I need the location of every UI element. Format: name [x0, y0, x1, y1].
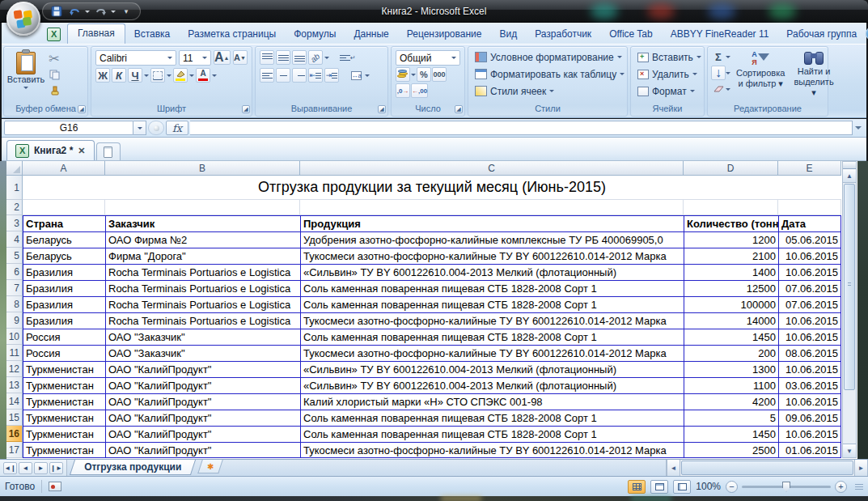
data-cell[interactable]: Rocha Terminais Portuarios e Logistica — [105, 280, 300, 296]
fill-color-button[interactable] — [173, 68, 188, 83]
data-cell[interactable]: 10.06.2015 — [778, 426, 841, 442]
align-middle-button[interactable] — [276, 50, 290, 65]
insert-worksheet-button[interactable]: ✱ — [197, 460, 223, 473]
row-header[interactable]: 8 — [6, 296, 23, 312]
ribbon-tab[interactable]: ABBYY FineReader 11 — [662, 25, 778, 44]
data-cell[interactable]: Rocha Terminais Portuarios e Logistica — [105, 296, 300, 312]
data-cell[interactable]: ОАО "КалийПродукт" — [105, 377, 300, 393]
formula-bar-handle[interactable] — [148, 121, 164, 135]
row-header[interactable]: 9 — [6, 312, 23, 329]
font-color-dropdown-icon[interactable] — [212, 74, 217, 79]
format-painter-button[interactable] — [47, 83, 61, 98]
merge-center-button[interactable]: ↔a — [349, 68, 363, 83]
fill-button[interactable]: ↓ — [711, 66, 726, 80]
data-cell[interactable]: Rocha Terminais Portuarios e Logistica — [105, 312, 300, 329]
page-layout-view-button[interactable] — [650, 480, 668, 494]
data-cell[interactable]: 10.06.2015 — [778, 248, 841, 264]
data-cell[interactable]: 07.06.2015 — [778, 296, 841, 312]
data-cell[interactable]: 2500 — [684, 442, 778, 458]
underline-dropdown-icon[interactable] — [144, 74, 149, 79]
zoom-level[interactable]: 100% — [696, 481, 721, 492]
data-cell[interactable]: 10.06.2015 — [778, 312, 841, 329]
data-cell[interactable]: 5 — [684, 410, 778, 426]
format-cells-button[interactable]: Формат — [634, 83, 701, 100]
row-header[interactable]: 6 — [6, 264, 23, 280]
data-cell[interactable]: Соль каменная поваренная пищевая СТБ 182… — [300, 296, 684, 312]
accounting-format-button[interactable] — [396, 67, 410, 82]
data-cell[interactable]: ОАО "КалийПродукт" — [105, 393, 300, 410]
data-cell[interactable]: 08.06.2015 — [778, 345, 841, 361]
ribbon-tab[interactable]: Разработчик — [526, 25, 600, 44]
data-cell[interactable]: Калий хлористый марки «Н» СТО СПЭКС 001-… — [300, 393, 684, 410]
ribbon-tab[interactable]: Формулы — [285, 25, 345, 44]
row-header[interactable]: 10 — [6, 329, 23, 345]
column-header[interactable]: E — [778, 161, 841, 176]
scroll-left-icon[interactable]: ◄ — [667, 460, 680, 476]
data-cell[interactable]: Туркменистан — [23, 377, 105, 393]
data-cell[interactable]: ОАО "КалийПродукт" — [105, 361, 300, 377]
clipboard-dialog-launcher-icon[interactable]: ◢ — [78, 105, 86, 113]
zoom-out-icon[interactable]: − — [726, 481, 738, 493]
data-cell[interactable]: «Сильвин» ТУ BY 600122610.004-2013 Мелки… — [300, 377, 684, 393]
row-header[interactable]: 14 — [6, 393, 23, 410]
data-cell[interactable]: Фирма "Дорога" — [105, 248, 300, 264]
data-cell[interactable]: Соль каменная поваренная пищевая СТБ 182… — [300, 426, 684, 442]
font-dialog-launcher-icon[interactable]: ◢ — [242, 105, 250, 113]
normal-view-button[interactable] — [628, 480, 646, 494]
data-cell[interactable]: 4200 — [684, 393, 778, 410]
next-sheet-icon[interactable]: ► — [34, 462, 48, 474]
expand-formula-bar-icon[interactable] — [853, 121, 864, 135]
data-cell[interactable]: Тукосмеси азотно-фосфорно-калийные ТУ BY… — [300, 345, 684, 361]
row-header[interactable]: 4 — [6, 231, 23, 248]
data-cell[interactable]: 100000 — [684, 296, 778, 312]
vertical-scrollbar[interactable]: ▲ ▼ — [842, 161, 857, 458]
ribbon-tab[interactable]: Вид — [490, 25, 526, 44]
ribbon-tab[interactable]: Данные — [345, 25, 397, 44]
row-header[interactable]: 16 — [6, 426, 23, 442]
data-cell[interactable]: Туркменистан — [23, 410, 105, 426]
font-size-select[interactable]: 11 — [179, 50, 211, 66]
ribbon-tab[interactable]: Главная — [67, 23, 125, 44]
ribbon-tab[interactable]: Вставка — [125, 25, 180, 44]
ribbon-tab[interactable]: Рабочая группа — [777, 25, 866, 44]
cell-styles-button[interactable]: Стили ячеек — [472, 83, 624, 100]
data-cell[interactable]: ОАО "Заказчик" — [105, 345, 300, 361]
clear-dropdown-icon[interactable] — [726, 88, 730, 93]
align-center-button[interactable] — [276, 68, 290, 83]
ribbon-tab[interactable]: Рецензирование — [398, 25, 491, 44]
undo-icon[interactable] — [67, 4, 82, 19]
data-cell[interactable]: 05.06.2015 — [778, 231, 841, 248]
number-dialog-launcher-icon[interactable]: ◢ — [455, 105, 463, 113]
empty-cell[interactable] — [778, 200, 841, 215]
column-header[interactable]: B — [105, 161, 300, 176]
align-right-button[interactable] — [292, 68, 307, 83]
horizontal-scrollbar[interactable]: ◄ ► — [666, 460, 868, 476]
column-header[interactable]: A — [23, 161, 105, 176]
customize-qat-icon[interactable]: ▾ — [119, 4, 133, 19]
row-header[interactable]: 13 — [6, 377, 23, 393]
data-cell[interactable]: Тукосмеси азотно-фосфорно-калийные ТУ BY… — [300, 442, 684, 458]
increase-indent-button[interactable]: ⇥ — [324, 68, 339, 83]
data-cell[interactable]: «Сильвин» ТУ BY 600122610.004-2013 Мелки… — [300, 361, 684, 377]
empty-cell[interactable] — [23, 200, 105, 215]
table-header-cell[interactable]: Количество (тонн) — [684, 215, 778, 231]
underline-button[interactable]: Ч — [128, 68, 142, 83]
data-cell[interactable]: 10.06.2015 — [778, 264, 841, 280]
data-cell[interactable]: 1200 — [684, 231, 778, 248]
conditional-formatting-button[interactable]: Условное форматирование — [472, 49, 624, 66]
bold-button[interactable]: Ж — [95, 68, 110, 83]
name-box-dropdown-icon[interactable] — [133, 121, 146, 135]
decrease-indent-button[interactable]: ⇤ — [308, 68, 323, 83]
data-cell[interactable]: Соль каменная поваренная пищевая СТБ 182… — [300, 329, 684, 345]
data-cell[interactable]: Туркменистан — [23, 361, 105, 377]
ribbon-tab[interactable]: Office Tab — [600, 25, 662, 44]
percent-style-button[interactable]: % — [417, 67, 431, 82]
empty-cell[interactable] — [105, 200, 300, 215]
increase-decimal-button[interactable]: ,0→ — [396, 83, 410, 98]
data-cell[interactable]: 03.06.2015 — [778, 377, 841, 393]
decrease-decimal-button[interactable]: ←,00 — [411, 83, 428, 98]
macro-record-icon[interactable] — [49, 482, 61, 491]
row-header[interactable]: 15 — [6, 410, 23, 426]
name-box[interactable]: G16 — [4, 121, 133, 135]
align-bottom-button[interactable] — [292, 50, 307, 65]
